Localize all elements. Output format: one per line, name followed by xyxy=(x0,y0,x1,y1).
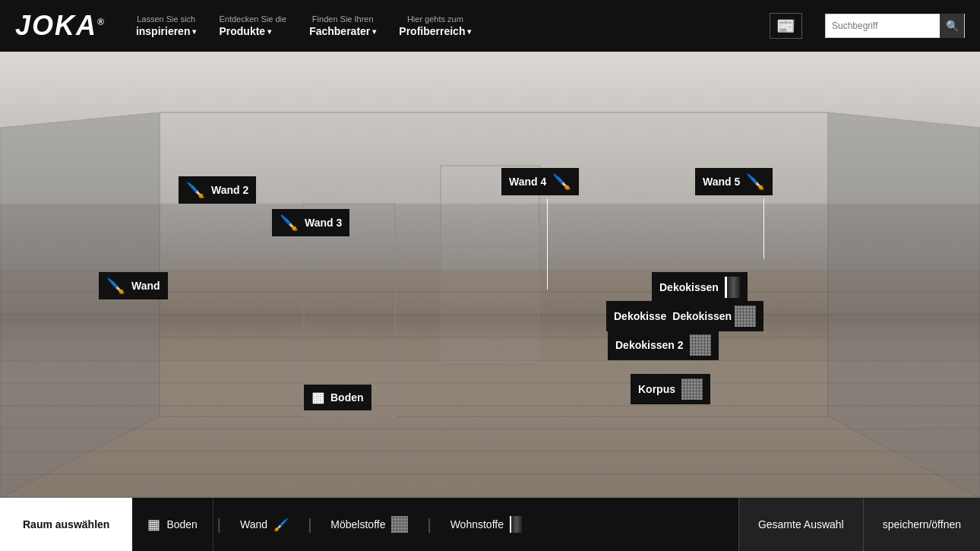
room-scene: 🖌️ Wand 🖌️ Wand 2 🖌️ Wand 3 Wand 4 🖌️ Wa… xyxy=(0,52,980,498)
nav-inspirieren-top: Lassen Sie sich xyxy=(136,14,197,24)
hotspot-wand-label: Wand xyxy=(131,280,160,292)
pattern-swatch-icon-3 xyxy=(690,334,711,356)
nav-produkte[interactable]: Entdecken Sie die Produkte ▾ xyxy=(219,14,286,38)
footer-raum-label: Raum auswählen xyxy=(23,518,109,530)
paint-roller-footer-icon: 🖌️ xyxy=(273,518,289,532)
footer-speichern[interactable]: speichern/öffnen xyxy=(863,498,980,551)
logo-text: JOKA xyxy=(15,10,97,41)
footer-separator-1: | xyxy=(213,516,225,534)
hotspot-wand3-label: Wand 3 xyxy=(305,217,342,229)
magazine-icon-button[interactable]: 📰 xyxy=(770,13,802,39)
hotspot-wand5[interactable]: Wand 5 🖌️ xyxy=(695,168,773,195)
hotspot-wand4-label: Wand 4 xyxy=(509,176,546,188)
hotspot-boden-label: Boden xyxy=(330,391,364,404)
paint-roller-icon-3: 🖌️ xyxy=(280,214,299,232)
svg-line-7 xyxy=(0,424,980,447)
book-icon xyxy=(725,277,740,298)
svg-line-8 xyxy=(0,439,980,470)
book-footer-icon xyxy=(510,516,522,533)
nav-inspirieren[interactable]: Lassen Sie sich inspirieren ▾ xyxy=(136,14,197,38)
hotspot-korpus-label: Korpus xyxy=(638,383,675,395)
nav-profiberreich-main: Profiberreich ▾ xyxy=(399,24,471,38)
svg-line-9 xyxy=(0,462,980,498)
nav-produkte-top: Entdecken Sie die xyxy=(219,14,286,24)
paint-roller-icon-2: 🖌️ xyxy=(186,181,205,199)
footer-wand-label: Wand xyxy=(240,518,267,530)
nav-fachberater-main: Fachberater ▾ xyxy=(309,24,376,38)
hotspot-deko1-label: Dekokissen xyxy=(659,281,719,293)
paint-roller-icon-4: 🖌️ xyxy=(552,173,571,191)
footer-mobelstoffe-label: Möbelstoffe xyxy=(330,518,385,530)
connector-line-wand4 xyxy=(547,198,548,290)
footer-boden-label: Boden xyxy=(166,518,197,530)
hotspot-korpus[interactable]: Korpus xyxy=(631,374,710,404)
main-footer: Raum auswählen ▦ Boden | Wand 🖌️ | Möbel… xyxy=(0,498,980,551)
nav-profiberreich-top: Hier gehts zum xyxy=(399,14,471,24)
nav-inspirieren-main: inspirieren ▾ xyxy=(136,24,197,38)
hotspot-dekokissen1[interactable]: Dekokissen xyxy=(652,272,748,302)
hotspot-deko3-label: Dekokissen 2 xyxy=(615,339,684,351)
footer-wand[interactable]: Wand 🖌️ xyxy=(225,498,304,551)
hotspot-dekokissen3[interactable]: Dekokissen 2 xyxy=(608,330,719,360)
footer-speichern-label: speichern/öffnen xyxy=(883,518,961,530)
nav-fachberater[interactable]: Finden Sie Ihren Fachberater ▾ xyxy=(309,14,376,38)
footer-separator-2: | xyxy=(304,516,315,534)
search-button[interactable]: 🔍 xyxy=(940,14,964,38)
hotspot-deko2b-label: Dekokissen xyxy=(672,310,732,322)
magazine-icon: 📰 xyxy=(776,17,795,35)
footer-separator-3: | xyxy=(423,516,435,534)
pattern-swatch-footer-mobel xyxy=(391,516,408,533)
hotspot-wand4[interactable]: Wand 4 🖌️ xyxy=(501,168,579,195)
hotspot-wand2[interactable]: 🖌️ Wand 2 xyxy=(179,176,256,204)
svg-marker-3 xyxy=(0,112,160,498)
footer-wohnstoffe-label: Wohnstoffe xyxy=(450,518,504,530)
logo[interactable]: JOKA® xyxy=(15,10,106,42)
svg-rect-6 xyxy=(441,166,539,363)
footer-mobelstoffe[interactable]: Möbelstoffe xyxy=(315,498,423,551)
footer-gesamte-label: Gesamte Auswahl xyxy=(758,518,844,530)
hotspot-wand[interactable]: 🖌️ Wand xyxy=(99,272,168,299)
hotspot-dekokissen2-row[interactable]: Dekokisse Dekokissen xyxy=(606,301,763,331)
main-header: JOKA® Lassen Sie sich inspirieren ▾ Entd… xyxy=(0,0,980,52)
search-box: 🔍 xyxy=(825,14,965,38)
footer-wohnstoffe[interactable]: Wohnstoffe xyxy=(435,498,537,551)
footer-gesamte-auswahl[interactable]: Gesamte Auswahl xyxy=(738,498,863,551)
nav-fachberater-top: Finden Sie Ihren xyxy=(309,14,376,24)
connector-line-wand5 xyxy=(763,198,764,259)
hotspot-wand3[interactable]: 🖌️ Wand 3 xyxy=(272,209,349,236)
pattern-swatch-icon-2 xyxy=(735,306,756,327)
hotspot-boden[interactable]: ▦ Boden xyxy=(304,385,371,410)
hotspot-wand5-label: Wand 5 xyxy=(703,176,740,188)
paint-roller-icon-5: 🖌️ xyxy=(746,173,765,191)
search-input[interactable] xyxy=(826,14,940,37)
nav-produkte-main: Produkte ▾ xyxy=(219,24,286,38)
footer-right-section: Gesamte Auswahl speichern/öffnen xyxy=(738,498,980,551)
footer-raum-auswaehlen[interactable]: Raum auswählen xyxy=(0,498,132,551)
floorboard-icon: ▦ xyxy=(311,389,324,406)
hotspot-deko2a-label: Dekokisse xyxy=(614,310,666,322)
nav-profiberreich[interactable]: Hier gehts zum Profiberreich ▾ xyxy=(399,14,471,38)
logo-reg: ® xyxy=(97,17,106,27)
paint-roller-icon: 🖌️ xyxy=(106,277,125,295)
pattern-swatch-icon-korpus xyxy=(681,378,703,400)
footer-boden[interactable]: ▦ Boden xyxy=(132,498,213,551)
floorboard-footer-icon: ▦ xyxy=(147,516,160,533)
hotspot-wand2-label: Wand 2 xyxy=(211,184,248,196)
